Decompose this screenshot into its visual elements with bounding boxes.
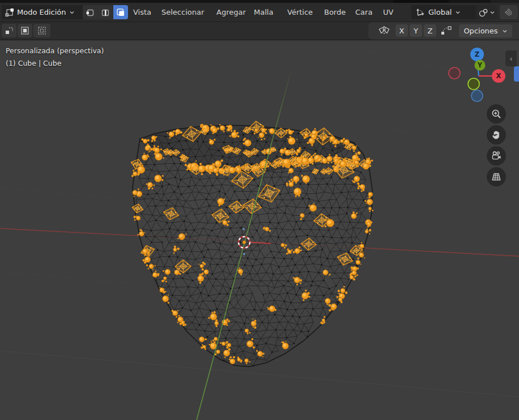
select-mode-group [83, 5, 128, 19]
face-select-icon [116, 8, 125, 17]
select-subtract-button[interactable] [33, 24, 50, 37]
snap-magnet-button[interactable] [500, 5, 518, 19]
axis-toggle-y[interactable]: Y [410, 24, 422, 37]
menu-malla[interactable]: Malla [252, 3, 275, 22]
select-extend-button[interactable] [18, 24, 32, 37]
menu-vista[interactable]: Vista [131, 3, 154, 22]
select-subtract-icon [37, 26, 46, 35]
mesh-scene [0, 40, 519, 420]
select-set-icon [5, 26, 14, 35]
chevron-down-icon [455, 10, 461, 15]
ortho-toggle-button[interactable] [487, 167, 506, 186]
mode-dropdown[interactable]: Modo Edición [2, 5, 84, 19]
edge-select-button[interactable] [98, 5, 113, 19]
vertex-select-icon [86, 8, 95, 17]
options-label: Opciones [463, 27, 497, 35]
tool-settings-bar: XYZ Opciones [0, 22, 519, 40]
edge-select-icon [101, 8, 110, 17]
options-dropdown[interactable]: Opciones [459, 24, 512, 37]
transform-orientation-dropdown[interactable]: Global [411, 5, 479, 19]
mode-label: Modo Edición [17, 8, 66, 16]
axis-toggle-z[interactable]: Z [424, 24, 436, 37]
axis-toggle-x[interactable]: X [395, 24, 408, 37]
zoom-icon [491, 108, 502, 120]
gizmo-axis--y [468, 78, 479, 90]
pan-button[interactable] [487, 125, 506, 145]
orientation-label: Global [428, 8, 452, 16]
object-origin [243, 241, 246, 244]
menu-vertice[interactable]: Vértice [285, 3, 315, 22]
svg-text:Z: Z [475, 50, 479, 58]
sidebar-edge-fragment [514, 66, 519, 82]
hand-icon [491, 129, 502, 141]
sidebar-collapse-tab[interactable]: ‹ [505, 50, 517, 66]
face-select-button[interactable] [113, 5, 128, 19]
magnet-icon [504, 7, 514, 18]
zoom-button[interactable] [487, 104, 506, 124]
camera-icon [490, 150, 503, 162]
gizmo-axis--z [471, 90, 483, 101]
svg-text:Y: Y [477, 61, 483, 69]
svg-text:X: X [496, 72, 501, 80]
select-extend-icon [20, 26, 29, 35]
mirror-icon [377, 24, 391, 37]
menu-cara[interactable]: Cara [353, 3, 375, 22]
edit-mode-icon [5, 8, 14, 17]
orientation-axes-icon [415, 7, 425, 17]
menu-agregar[interactable]: Agregar [214, 3, 248, 22]
camera-view-button[interactable] [487, 146, 506, 166]
viewport-3d[interactable]: Personalizada (perspectiva) (1) Cube | C… [0, 40, 519, 420]
select-set-button[interactable] [2, 24, 16, 37]
menu-seleccionar[interactable]: Seleccionar [159, 3, 206, 22]
tool-settings-right: XYZ Opciones [368, 22, 519, 40]
gizmo-axis--x [449, 67, 460, 79]
grid-perspective-icon [490, 171, 503, 183]
chevron-down-icon [490, 10, 495, 15]
vertex-select-button[interactable] [83, 5, 97, 19]
proportional-editing-icon [478, 7, 488, 18]
viewport-header: Modo Edición [0, 3, 519, 22]
proportional-editing-button[interactable] [476, 5, 497, 19]
chevron-down-icon [502, 28, 508, 34]
chevron-down-icon [69, 10, 75, 15]
snap-increment-icon [440, 24, 453, 37]
menu-borde[interactable]: Borde [322, 3, 348, 22]
blender-window: Modo Edición [0, 0, 519, 420]
menu-uv[interactable]: UV [381, 3, 395, 22]
